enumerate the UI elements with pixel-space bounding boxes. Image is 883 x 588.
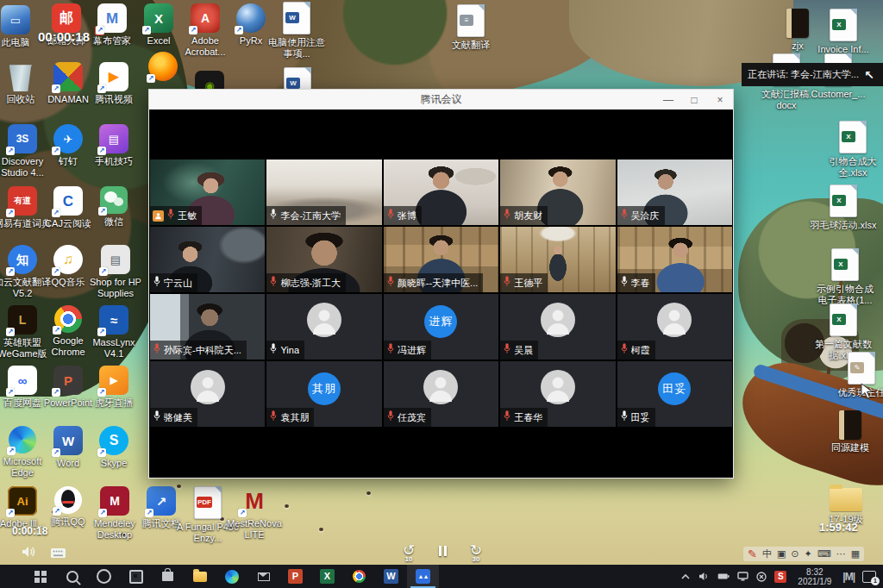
ime-toolbar[interactable]: ✎中▣⊙✦⌨⋯▦ <box>743 547 864 561</box>
participant-tile[interactable]: 张博 <box>384 160 498 225</box>
participant-tile[interactable]: 田妥田妥 <box>617 361 732 427</box>
desktop-icon-sample-primer-xlsx[interactable]: X示例引物合成电子表格(1... <box>808 248 882 306</box>
maximize-button[interactable]: □ <box>681 91 707 109</box>
desktop-icon-wenxian-fanyi[interactable]: ≡文献翻译 <box>434 4 508 51</box>
taskbar-excel-button[interactable]: X <box>311 565 343 588</box>
participant-tile[interactable]: 柳志强-浙工大 <box>266 227 381 292</box>
desktop-icon-tongyuan-jianmo[interactable]: 同源建模 <box>813 410 883 454</box>
soft-keyboard-icon[interactable]: ⌨ <box>817 547 831 560</box>
banner-arrow-icon[interactable]: ↖ <box>864 68 874 82</box>
participant-tile[interactable]: Yina <box>266 294 381 360</box>
desktop-icon-invoice-xlsx[interactable]: XInvoice Inf... <box>806 9 880 55</box>
sogou-input-icon[interactable]: S <box>774 571 786 583</box>
taskbar-mail-button[interactable] <box>247 565 279 588</box>
quick-action-icon[interactable]: ✦ <box>805 547 812 560</box>
desktop-icon-tencent-video[interactable]: ▶↗腾讯视频 <box>77 62 151 105</box>
participant-tile[interactable]: 柯霞 <box>617 294 732 360</box>
participant-name-chip: 王德平 <box>500 273 548 292</box>
shortcut-arrow-icon: ↗ <box>235 26 243 34</box>
page-letter: W <box>285 12 299 23</box>
taskbar-word-button[interactable]: W <box>375 565 407 588</box>
action-center-icon[interactable]: 1 <box>862 571 876 583</box>
wechat-icon: ↗ <box>100 186 128 214</box>
shortcut-arrow-icon: ↗ <box>189 26 197 34</box>
window-titlebar[interactable]: 腾讯会议 — □ × <box>148 89 734 109</box>
taskbar-start-button[interactable] <box>24 565 56 588</box>
participant-tile[interactable]: 李会-江南大学 <box>266 160 381 225</box>
tray-clock[interactable]: 8:322021/1/9 <box>794 567 835 586</box>
skin-icon[interactable]: ▦ <box>851 547 860 560</box>
participant-tile[interactable]: 王敏 <box>150 160 265 225</box>
mic-muted-icon <box>269 275 278 291</box>
battery-icon[interactable] <box>717 572 730 580</box>
taskbar-store-button[interactable] <box>152 565 184 588</box>
taskbar-task-view-button[interactable] <box>120 565 152 588</box>
more-icon[interactable]: ⋯ <box>836 547 846 560</box>
taskbar-file-explorer-button[interactable] <box>184 565 216 588</box>
emoji-icon[interactable]: ⊙ <box>791 547 798 560</box>
close-circle-icon[interactable] <box>756 572 767 582</box>
rewind-10-button[interactable]: ↺ 10 <box>398 543 419 562</box>
pause-button[interactable] <box>432 543 453 562</box>
close-button[interactable]: × <box>707 91 733 109</box>
excel-file-icon: X <box>830 9 857 41</box>
mic-muted-icon <box>166 208 175 223</box>
minimize-button[interactable]: — <box>655 91 681 109</box>
taskbar-edge-button[interactable] <box>216 565 247 588</box>
desktop-icon-grade-folder[interactable]: 17-19级 <box>809 483 883 525</box>
mic-muted-icon <box>386 208 395 223</box>
participant-tile[interactable]: 吴洽庆 <box>617 160 732 225</box>
tencent-meeting-icon: ▲▲ <box>416 569 430 584</box>
fullwidth-icon[interactable]: ▣ <box>777 547 786 560</box>
icon-glyph: X <box>154 12 163 25</box>
mubu-tray-icon[interactable]: |M| <box>842 571 855 583</box>
desktop-icon-hp-supplies[interactable]: ▤↗Shop for HPSupplies <box>78 245 153 299</box>
participant-tile[interactable]: 王春华 <box>500 361 615 427</box>
network-icon[interactable] <box>737 572 748 581</box>
mic-muted-icon <box>153 342 161 358</box>
participant-tile[interactable]: 颜晓晖--天津中医... <box>384 227 498 292</box>
participant-tile[interactable]: 孙际宾-中科院天... <box>150 294 265 360</box>
desktop-icon-mestrenova[interactable]: M↗MestReNovaLITE <box>217 486 291 541</box>
media-osd: ↺ 10 ↻ 30 <box>398 543 486 562</box>
participant-tile[interactable]: 任茂宾 <box>384 361 498 427</box>
volume-icon[interactable] <box>698 572 710 581</box>
desktop-icon-masslynx[interactable]: ≈↗MassLynxV4.1 <box>77 305 151 360</box>
taskbar: PXW▲▲ S8:322021/1/9|M|1 <box>0 565 883 588</box>
handwriting-pen-icon[interactable]: ✎ <box>748 547 757 560</box>
touch-keyboard-icon[interactable] <box>50 547 66 562</box>
desktop-icon-skype[interactable]: S↗Skype <box>77 426 151 469</box>
participant-tile[interactable]: 骆健美 <box>150 361 265 427</box>
participant-name-chip: 冯进辉 <box>384 341 431 360</box>
participant-tile[interactable]: 进辉冯进辉 <box>384 294 498 360</box>
shortcut-arrow-icon: ↗ <box>97 328 106 336</box>
excel-file-icon: X <box>839 121 867 153</box>
desktop-icon-primer-xlsx[interactable]: X引物合成大全.xlsx <box>816 121 883 178</box>
shortcut-arrow-icon: ↗ <box>6 209 15 217</box>
chevron-up-icon[interactable] <box>680 572 691 581</box>
participant-tile[interactable]: 其朋袁其朋 <box>266 361 381 427</box>
desktop-icon-phone-tips[interactable]: ▤↗手机技巧 <box>77 124 151 167</box>
participant-tile[interactable]: 吴晨 <box>500 294 615 360</box>
desktop-icon-huya-live[interactable]: ▶↗虎牙直播 <box>77 366 151 409</box>
participant-tile[interactable]: 李春 <box>617 227 732 292</box>
taskbar-tencent-meeting-button[interactable]: ▲▲ <box>407 565 439 588</box>
participant-tile[interactable]: 王德平 <box>500 227 615 292</box>
desktop-icon-youxiu-banzhuren[interactable]: ✎优秀班主任 <box>824 352 883 398</box>
taskbar-cortana-button[interactable] <box>88 565 120 588</box>
taskbar-chrome-button[interactable] <box>343 565 375 588</box>
desktop-icon-usage-notes-doc[interactable]: W电脑使用注意事项... <box>260 2 334 59</box>
participant-tile[interactable]: 胡友财 <box>500 160 615 225</box>
participant-tile[interactable]: 宁云山 <box>150 227 265 292</box>
chinese-mode-icon[interactable]: 中 <box>762 547 772 560</box>
icon-glyph: L <box>19 314 27 326</box>
taskbar-search-button[interactable] <box>56 565 88 588</box>
forward-30-button[interactable]: ↻ 30 <box>466 543 486 562</box>
participant-name: 张博 <box>398 210 416 222</box>
participant-name-chip: 胡友财 <box>500 206 548 225</box>
desktop-icon-badminton-xlsx[interactable]: X羽毛球活动.xlsx <box>806 185 880 231</box>
desktop-icon-wechat[interactable]: ↗微信 <box>77 186 151 228</box>
volume-indicator-icon[interactable] <box>21 545 38 562</box>
icon-glyph: ↗ <box>156 495 167 508</box>
taskbar-powerpoint-button[interactable]: P <box>279 565 311 588</box>
